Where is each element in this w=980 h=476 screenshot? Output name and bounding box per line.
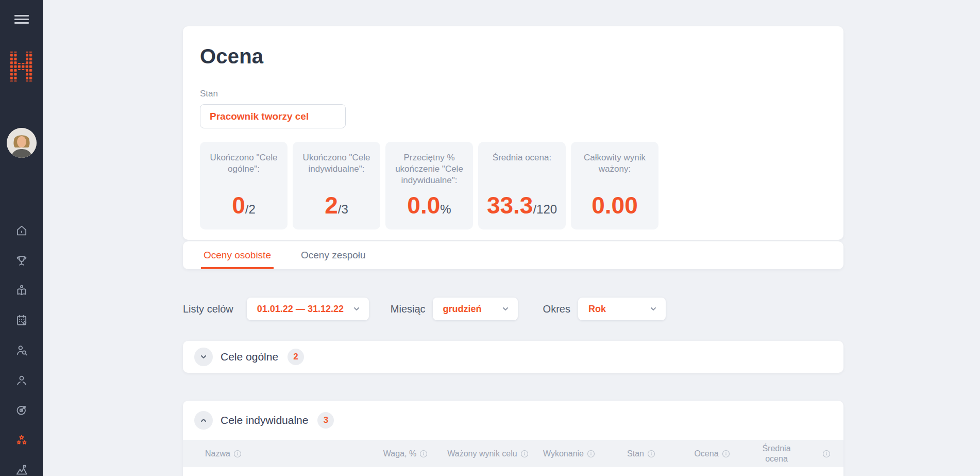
sidebar-nav bbox=[15, 224, 28, 476]
stat-value: 33.3 bbox=[487, 192, 533, 219]
chevron-up-icon bbox=[199, 416, 208, 425]
column-label: Stan bbox=[627, 449, 644, 458]
column-header-ocena[interactable]: Ocena bbox=[676, 449, 748, 458]
info-icon[interactable] bbox=[647, 450, 655, 458]
info-icon[interactable] bbox=[520, 450, 529, 458]
main-area: Ocena Stan Pracownik tworzy cel Ukończon… bbox=[43, 0, 980, 476]
chevron-down-icon bbox=[199, 352, 208, 362]
period-select[interactable]: Rok bbox=[578, 298, 666, 320]
stat-value: 2 bbox=[325, 192, 338, 219]
section-title: Cele indywidualne bbox=[221, 414, 308, 426]
expand-section-button[interactable] bbox=[194, 348, 213, 366]
column-header-stan[interactable]: Stan bbox=[606, 449, 676, 458]
goals-table-body bbox=[183, 467, 843, 476]
person-search-icon[interactable] bbox=[15, 343, 28, 357]
stat-suffix: /120 bbox=[533, 202, 557, 216]
stat-value: 0 bbox=[232, 192, 245, 219]
tab-team-assessments[interactable]: Oceny zespołu bbox=[298, 241, 368, 269]
target-goal-icon[interactable] bbox=[15, 403, 28, 417]
month-label: Miesiąc bbox=[391, 303, 426, 315]
mountain-flag-icon[interactable] bbox=[15, 463, 28, 476]
stat-label: Przeciętny % ukończenie "Cele indywidual… bbox=[391, 152, 468, 186]
calendar-star-icon[interactable] bbox=[15, 314, 28, 327]
goal-list-value: 01.01.22 — 31.12.22 bbox=[257, 304, 344, 315]
section-individual-goals: Cele indywidualne 3 Nazwa Waga, % Ważony… bbox=[183, 401, 843, 476]
column-label: Nazwa bbox=[205, 449, 230, 458]
column-label: Ocena bbox=[694, 449, 718, 458]
user-avatar[interactable] bbox=[7, 128, 37, 158]
stars-rating-icon-active[interactable] bbox=[15, 433, 28, 447]
stat-suffix: /3 bbox=[338, 202, 348, 216]
person-reading-icon[interactable] bbox=[15, 284, 28, 297]
page-title: Ocena bbox=[200, 45, 826, 68]
stat-label: Całkowity wynik ważony: bbox=[576, 152, 653, 175]
goal-count-badge: 2 bbox=[288, 349, 304, 365]
stat-card-avg-completion: Przeciętny % ukończenie "Cele indywidual… bbox=[385, 142, 473, 229]
status-label: Stan bbox=[200, 89, 826, 99]
info-icon[interactable] bbox=[419, 450, 428, 458]
column-header-srednia-ocena[interactable]: Średnia ocena bbox=[748, 444, 805, 463]
column-header-info[interactable] bbox=[805, 450, 831, 458]
column-header-waga[interactable]: Waga, % bbox=[367, 449, 444, 458]
app-logo-h-icon[interactable] bbox=[10, 50, 33, 85]
stat-value: 0.00 bbox=[592, 192, 638, 219]
column-label: Ważony wynik celu bbox=[447, 449, 517, 458]
column-label: Waga, % bbox=[383, 449, 416, 458]
chevron-down-icon bbox=[352, 305, 361, 313]
stat-card-general-goals: Ukończono "Cele ogólne": 0/2 bbox=[200, 142, 288, 229]
chevron-down-icon bbox=[501, 305, 510, 313]
stat-card-weighted-total: Całkowity wynik ważony: 0.00 bbox=[571, 142, 658, 229]
info-icon[interactable] bbox=[722, 450, 730, 458]
info-icon[interactable] bbox=[233, 450, 242, 458]
section-general-goals: Cele ogólne 2 bbox=[183, 341, 843, 373]
collapse-section-button[interactable] bbox=[194, 411, 213, 430]
month-value: grudzień bbox=[443, 304, 482, 315]
stat-card-average-grade: Średnia ocena: 33.3/120 bbox=[478, 142, 566, 229]
info-icon[interactable] bbox=[587, 450, 595, 458]
stat-suffix: /2 bbox=[245, 202, 256, 216]
person-icon[interactable] bbox=[15, 373, 28, 387]
column-label: Średnia ocena bbox=[761, 444, 792, 463]
stat-suffix: % bbox=[440, 202, 451, 216]
period-value: Rok bbox=[588, 304, 606, 315]
sidebar bbox=[0, 0, 43, 476]
stats-row: Ukończono "Cele ogólne": 0/2 Ukończono "… bbox=[200, 142, 826, 229]
column-label: Wykonanie bbox=[543, 449, 584, 458]
home-icon[interactable] bbox=[15, 224, 28, 237]
column-header-wazony-wynik[interactable]: Ważony wynik celu bbox=[444, 449, 532, 458]
stat-value: 0.0 bbox=[407, 192, 440, 219]
goal-lists-label: Listy celów bbox=[183, 303, 233, 315]
section-title: Cele ogólne bbox=[221, 351, 278, 363]
stat-label: Ukończono "Cele indywidualne": bbox=[298, 152, 375, 175]
status-value: Pracownik tworzy cel bbox=[210, 111, 309, 122]
chevron-down-icon bbox=[649, 305, 657, 313]
period-label: Okres bbox=[543, 303, 570, 315]
goals-table-header: Nazwa Waga, % Ważony wynik celu Wykonani… bbox=[183, 440, 843, 467]
status-select[interactable]: Pracownik tworzy cel bbox=[200, 104, 346, 128]
stat-label: Ukończono "Cele ogólne": bbox=[205, 152, 282, 175]
filters-row: Listy celów 01.01.22 — 31.12.22 Miesiąc … bbox=[183, 298, 843, 320]
column-header-nazwa[interactable]: Nazwa bbox=[205, 449, 367, 458]
trophy-icon[interactable] bbox=[15, 254, 28, 267]
stat-label: Średnia ocena: bbox=[493, 152, 551, 163]
month-select[interactable]: grudzień bbox=[433, 298, 518, 320]
goal-list-select[interactable]: 01.01.22 — 31.12.22 bbox=[247, 298, 369, 320]
app-window: Ocena Stan Pracownik tworzy cel Ukończon… bbox=[0, 0, 980, 476]
assessment-header-card: Ocena Stan Pracownik tworzy cel Ukończon… bbox=[183, 26, 843, 240]
info-icon[interactable] bbox=[822, 450, 831, 458]
stat-card-individual-goals: Ukończono "Cele indywidualne": 2/3 bbox=[293, 142, 380, 229]
hamburger-menu-icon[interactable] bbox=[12, 11, 31, 28]
tabs-bar: Oceny osobiste Oceny zespołu bbox=[183, 241, 843, 269]
tab-personal-assessments[interactable]: Oceny osobiste bbox=[201, 241, 274, 269]
column-header-wykonanie[interactable]: Wykonanie bbox=[532, 449, 606, 458]
goal-count-badge: 3 bbox=[317, 412, 334, 429]
